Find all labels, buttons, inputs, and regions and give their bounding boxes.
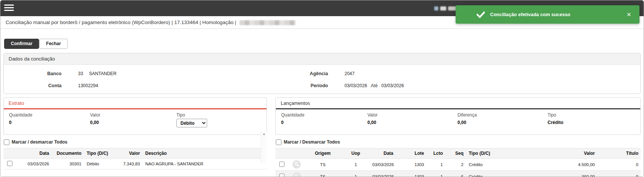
check-icon <box>477 11 485 18</box>
banco-label: Banco <box>4 71 71 76</box>
periodo-value: 03/03/2026Até03/03/2026 <box>337 83 640 88</box>
lancamentos-valor: Valor 0,00 <box>367 112 457 131</box>
extrato-valor: Valor 0,00 <box>90 112 176 131</box>
extrato-select-all-label: Marcar / desmarcar Todos <box>12 139 68 145</box>
panels-row: Extrato Quantidade 0 Valor 0,00 Tipo Déb <box>3 97 641 177</box>
extrato-title: Extrato <box>4 98 266 108</box>
conta-value: 13002294 <box>71 83 273 88</box>
lancamentos-quantidade: Quantidade 0 <box>281 112 367 131</box>
extrato-tipo: Tipo Débito <box>176 112 261 131</box>
lancamentos-section: Lançamentos Quantidade 0 Valor 0,00 Dife… <box>275 97 641 177</box>
app-window: Conciliação efetivada com sucesso ✕ Conc… <box>0 0 644 177</box>
extrato-stats-box: Extrato Quantidade 0 Valor 0,00 Tipo Déb <box>3 97 267 135</box>
agencia-label: Agência <box>273 71 337 76</box>
lancamentos-select-all-checkbox[interactable] <box>276 139 281 145</box>
scroll-up-icon[interactable]: ▲ <box>261 132 267 137</box>
banco-value: 33SANTANDER <box>71 71 273 76</box>
confirm-button[interactable]: Confirmar <box>4 39 39 49</box>
success-toast: Conciliação efetivada com sucesso ✕ <box>456 5 639 24</box>
periodo-label: Período <box>273 83 337 88</box>
menu-icon[interactable] <box>4 5 15 12</box>
lancamentos-table-row: TS 1 03/03/2026 1303 1 6 Crédito 360,00 … <box>275 171 641 177</box>
lancamentos-table-header: Origem Uop Data Lote Lcto Seq Tipo (D/C)… <box>275 148 641 159</box>
user-icon <box>434 6 438 11</box>
lancamento-row-checkbox[interactable] <box>279 162 284 167</box>
conta-label: Conta <box>4 83 71 88</box>
lancamentos-title: Lançamentos <box>276 98 640 108</box>
lancamentos-select-all-label: Marcar / Desmarcar Todos <box>284 139 340 145</box>
extrato-quantidade: Quantidade 0 <box>9 112 90 131</box>
lancamentos-table: Origem Uop Data Lote Lcto Seq Tipo (D/C)… <box>275 148 641 177</box>
lancamentos-table-row: TS 1 03/03/2026 1303 1 2 Crédito 4.500,0… <box>275 159 641 171</box>
extrato-select-all-checkbox[interactable] <box>4 139 9 145</box>
extrato-vertical-scrollbar[interactable]: ▲ <box>261 132 267 163</box>
extrato-section: Extrato Quantidade 0 Valor 0,00 Tipo Déb <box>3 97 267 169</box>
extrato-row-checkbox[interactable] <box>7 161 12 166</box>
magnifier-icon[interactable] <box>288 171 305 177</box>
close-button[interactable]: Fechar <box>39 39 68 49</box>
extrato-table: Data Documento Tipo (D/C) Valor Descriçã… <box>3 148 267 169</box>
dados-panel-title: Dados da conciliação <box>4 53 640 65</box>
magnifier-icon[interactable] <box>288 159 305 171</box>
toolbar: Confirmar Fechar <box>4 39 644 49</box>
lancamentos-diferenca: Diferença 0,00 <box>457 112 548 131</box>
extrato-select-all-row: Marcar / desmarcar Todos <box>3 139 267 145</box>
extrato-table-header: Data Documento Tipo (D/C) Valor Descriçã… <box>3 148 267 159</box>
close-icon[interactable]: ✕ <box>626 12 631 17</box>
toast-message: Conciliação efetivada com sucesso <box>490 12 570 17</box>
extrato-tipo-select[interactable]: Débito <box>176 119 207 127</box>
lancamentos-stats-box: Lançamentos Quantidade 0 Valor 0,00 Dife… <box>275 97 641 135</box>
extrato-table-row: 03/03/2026 30301 Débito 7.343,83 NAO AGR… <box>3 159 267 169</box>
redacted-title-segment <box>239 20 296 25</box>
lancamento-row-checkbox[interactable] <box>279 174 284 177</box>
dados-panel-body: Banco 33SANTANDER Agência 2047 Conta 130… <box>4 65 640 94</box>
lancamentos-tipo: Tipo Crédito <box>548 112 635 131</box>
lancamentos-select-all-row: Marcar / Desmarcar Todos <box>275 139 641 145</box>
agencia-value: 2047 <box>337 71 640 76</box>
dados-conciliacao-panel: Dados da conciliação Banco 33SANTANDER A… <box>3 53 641 94</box>
